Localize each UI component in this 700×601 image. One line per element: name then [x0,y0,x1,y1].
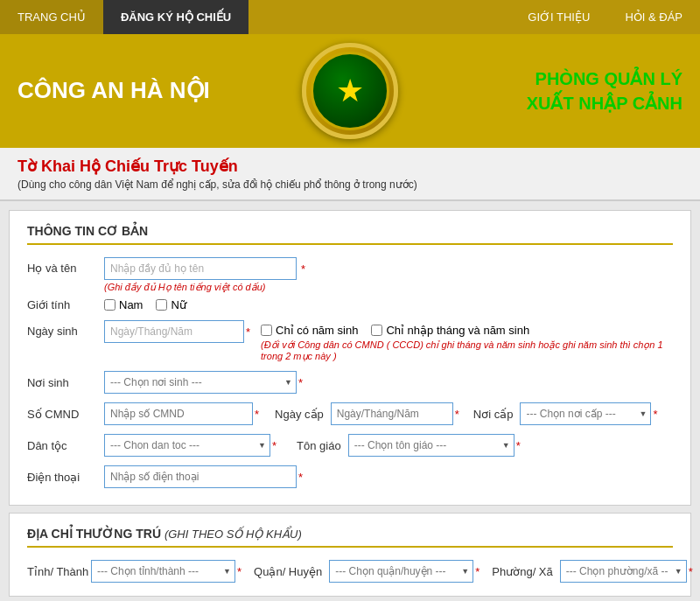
phuong-required: * [689,565,693,578]
sub-header-subtitle: (Dùng cho công dân Việt Nam để nghị cấp,… [18,178,682,191]
chi-co-nam-sinh-checkbox[interactable] [261,325,272,336]
ngay-sinh-required: * [246,325,250,339]
nu-checkbox[interactable] [156,299,167,311]
tinh-required: * [237,565,242,578]
nam-checkbox[interactable] [104,299,116,311]
ngay-cap-label: Ngày cấp [266,408,324,421]
chi-nhap-thang-checkbox[interactable] [371,325,382,336]
so-cmnd-required: * [255,408,259,421]
ton-giao-required: * [516,439,521,452]
ho-ten-required: * [301,262,305,276]
ngay-sinh-note: (Đối với Công dân có CMND ( CCCD) chỉ gh… [261,339,673,362]
noi-sinh-select[interactable]: --- Chọn nơi sinh --- [104,371,297,394]
noi-cap-required: * [653,408,657,421]
nu-option[interactable]: Nữ [156,298,186,311]
ton-giao-label: Tôn giáo [284,439,341,452]
chi-co-nam-sinh-label: Chỉ có năm sinh [276,324,358,337]
nu-label: Nữ [171,298,186,311]
quan-select[interactable]: --- Chọn quận/huyện --- [329,560,473,583]
address-title: ĐỊA CHỈ THƯỜNG TRÚ (ghi theo số Hộ Khẩu) [27,527,673,548]
gioi-tinh-label: Giới tính [27,298,97,311]
ngay-sinh-input[interactable] [104,320,244,343]
ton-giao-select[interactable]: --- Chọn tôn giáo --- [348,434,514,457]
basic-info-title: THÔNG TIN CƠ BẢN [27,224,673,245]
noi-cap-label: Nơi cấp [466,408,514,421]
ho-ten-label: Họ và tên [27,257,97,275]
nav-trang-chu[interactable]: TRANG CHỦ [0,0,103,34]
ho-ten-input[interactable] [104,257,297,280]
dien-thoai-input[interactable] [104,465,297,488]
chi-nhap-thang-option[interactable]: Chỉ nhập tháng và năm sinh [371,324,529,337]
dien-thoai-label: Điện thoại [27,471,97,484]
dan-toc-required: * [272,439,276,452]
so-cmnd-input[interactable] [104,402,253,425]
quan-required: * [475,565,480,578]
nav-dang-ky[interactable]: ĐĂNG KÝ HỘ CHIẾU [103,0,248,34]
header-emblem: ★ [298,43,402,139]
nam-option[interactable]: Nam [104,298,143,311]
address-title-italic: (ghi theo số Hộ Khẩu) [164,528,302,541]
nav-gioi-thieu[interactable]: GIỚI THIỆU [510,0,607,34]
nav-hoi-dap[interactable]: HỎI & ĐÁP [607,0,700,34]
dan-toc-select[interactable]: --- Chon dan toc --- [104,434,270,457]
dien-thoai-required: * [298,471,303,484]
sub-header-title: Tờ Khai Hộ Chiếu Trực Tuyến [18,157,682,176]
header-right-title: PHÒNG QUẢN LÝ XUẤT NHẬP CẢNH [402,66,682,115]
chi-co-nam-sinh-option[interactable]: Chỉ có năm sinh [261,324,358,337]
sub-header: Tờ Khai Hộ Chiếu Trực Tuyến (Dùng cho cô… [0,148,700,201]
header-left-title: CÔNG AN HÀ NỘI [18,77,298,104]
noi-sinh-required: * [298,376,303,389]
phuong-select[interactable]: --- Chọn phường/xã --- [560,560,687,583]
ngay-cap-required: * [455,408,459,421]
noi-cap-select[interactable]: --- Chọn nơi cấp --- [520,402,651,425]
dan-toc-label: Dân tộc [27,439,97,452]
tinh-select[interactable]: --- Chọn tỉnh/thành --- [91,560,235,583]
phuong-label: Phường/ Xã [486,565,553,578]
chi-nhap-thang-label: Chỉ nhập tháng và năm sinh [386,324,529,337]
ngay-cap-input[interactable] [331,402,453,425]
ho-ten-error: (Ghi đầy đủ Họ tên tiếng việt có dấu) [104,282,673,293]
nam-label: Nam [119,298,143,311]
noi-sinh-label: Nơi sinh [27,376,97,389]
ngay-sinh-label: Ngày sinh [27,320,97,338]
tinh-label: Tỉnh/ Thành [27,565,84,578]
quan-label: Quận/ Huyện [248,565,322,578]
so-cmnd-label: Số CMND [27,408,97,421]
